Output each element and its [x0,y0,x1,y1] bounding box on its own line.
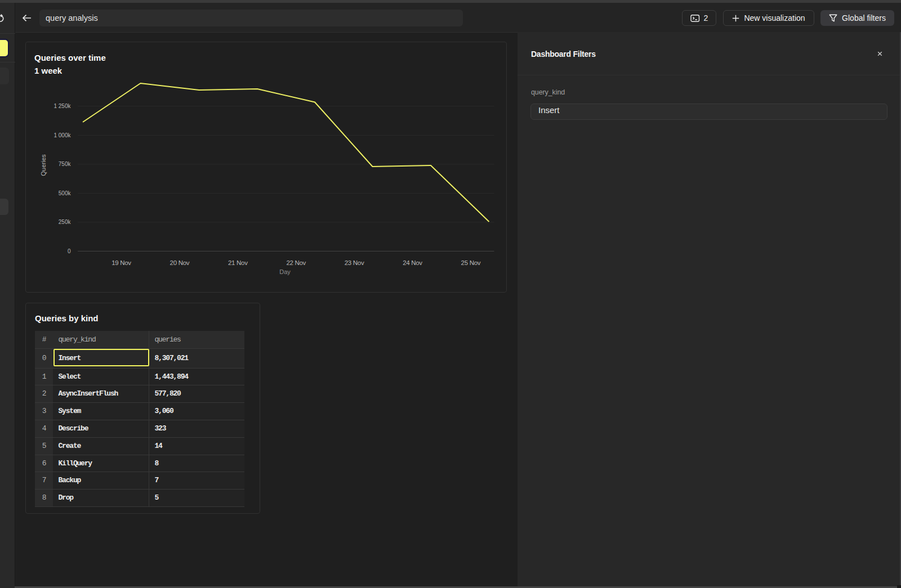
svg-text:0: 0 [68,248,71,254]
svg-text:22 Nov: 22 Nov [286,259,306,266]
svg-text:23 Nov: 23 Nov [345,259,364,266]
svg-text:21 Nov: 21 Nov [228,259,248,266]
svg-text:500k: 500k [59,190,72,196]
svg-text:750k: 750k [59,161,72,167]
svg-text:Day: Day [279,268,291,275]
svg-text:19 Nov: 19 Nov [111,259,131,266]
svg-text:25 Nov: 25 Nov [461,259,481,266]
svg-text:1 250k: 1 250k [53,103,71,109]
svg-text:20 Nov: 20 Nov [170,259,190,266]
svg-text:Queries: Queries [40,154,47,176]
svg-text:24 Nov: 24 Nov [403,259,422,266]
svg-text:250k: 250k [59,219,72,225]
svg-text:1 000k: 1 000k [53,132,71,138]
